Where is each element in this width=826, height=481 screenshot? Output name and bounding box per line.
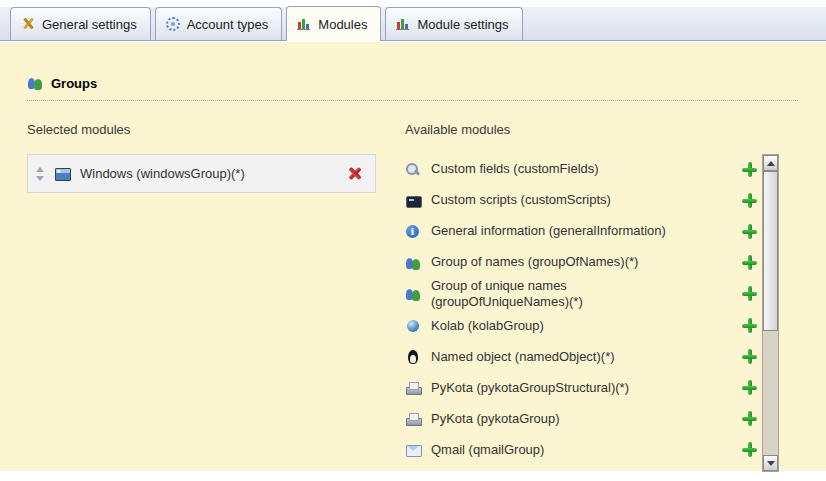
available-module-row: PyKota (pykotaGroup): [405, 404, 758, 435]
penguin-icon: [405, 349, 421, 365]
available-module-row: Kolab (kolabGroup): [405, 311, 758, 342]
module-name: Windows (windowsGroup)(*): [80, 166, 337, 181]
section-header: Groups: [27, 75, 97, 91]
module-name: Custom fields (customFields): [431, 161, 599, 177]
add-module-button[interactable]: [742, 411, 758, 427]
tab-general-settings[interactable]: General settings: [10, 7, 151, 40]
add-module-button[interactable]: [742, 349, 758, 365]
available-modules-label: Available modules: [405, 122, 510, 137]
magnifier-icon: [405, 162, 421, 178]
scrollbar-thumb[interactable]: [763, 171, 778, 331]
add-module-button[interactable]: [742, 318, 758, 334]
tab-bar: General settings Account types Modules M…: [0, 7, 826, 41]
selected-modules-label: Selected modules: [27, 122, 130, 137]
add-module-button[interactable]: [742, 380, 758, 396]
page-title: Groups: [51, 76, 97, 91]
tab-label: Account types: [187, 17, 269, 32]
module-name: Custom scripts (customScripts): [431, 192, 611, 208]
wrench-icon: [20, 16, 36, 32]
groups-icon: [27, 75, 43, 91]
tab-module-settings[interactable]: Module settings: [385, 7, 522, 40]
available-modules-list: Custom fields (customFields) Custom scri…: [405, 154, 758, 472]
module-name: Kolab (kolabGroup): [431, 318, 544, 334]
add-module-button[interactable]: [742, 255, 758, 271]
windows-module-icon: [54, 166, 70, 182]
add-module-button[interactable]: [742, 224, 758, 240]
selected-module-row[interactable]: Windows (windowsGroup)(*): [27, 154, 376, 193]
info-icon: [405, 224, 421, 240]
available-module-row: Named object (namedObject)(*): [405, 342, 758, 373]
add-module-button[interactable]: [742, 286, 758, 302]
module-name: PyKota (pykotaGroupStructural)(*): [431, 380, 629, 396]
kolab-icon: [405, 318, 421, 334]
group-icon: [405, 255, 421, 271]
module-name: Named object (namedObject)(*): [431, 349, 615, 365]
add-module-button[interactable]: [742, 442, 758, 458]
available-module-row: Qmail (qmailGroup): [405, 435, 758, 466]
available-module-row: Custom fields (customFields): [405, 154, 758, 185]
available-module-row: Group of unique names (groupOfUniqueName…: [405, 278, 758, 311]
drag-handle-icon[interactable]: [35, 167, 44, 181]
available-module-row: PyKota (pykotaGroupStructural)(*): [405, 373, 758, 404]
printer-icon: [405, 380, 421, 396]
available-module-row: Group of names (groupOfNames)(*): [405, 247, 758, 278]
modules-chart-icon: [395, 16, 411, 32]
available-module-row: General information (generalInformation): [405, 216, 758, 247]
scrollbar[interactable]: [762, 154, 779, 472]
script-icon: [405, 193, 421, 209]
module-name: Group of unique names (groupOfUniqueName…: [431, 278, 703, 311]
lam-configuration-window: General settings Account types Modules M…: [0, 0, 826, 481]
tab-label: Modules: [318, 17, 367, 32]
available-module-row: Custom scripts (customScripts): [405, 185, 758, 216]
module-name: Qmail (qmailGroup): [431, 442, 544, 458]
remove-module-button[interactable]: [347, 166, 363, 182]
module-name: PyKota (pykotaGroup): [431, 411, 560, 427]
add-module-button[interactable]: [742, 193, 758, 209]
tab-account-types[interactable]: Account types: [155, 7, 283, 40]
tab-label: General settings: [42, 17, 137, 32]
scroll-up-button[interactable]: [763, 155, 778, 171]
mail-icon: [405, 442, 421, 458]
group-icon: [405, 286, 421, 302]
scroll-down-button[interactable]: [763, 455, 778, 471]
tab-label: Module settings: [417, 17, 508, 32]
content-area: Groups Selected modules Available module…: [0, 42, 826, 471]
add-module-button[interactable]: [742, 162, 758, 178]
modules-chart-icon: [296, 16, 312, 32]
section-divider: [27, 100, 798, 101]
tab-modules[interactable]: Modules: [286, 6, 381, 41]
module-name: Group of names (groupOfNames)(*): [431, 254, 638, 270]
module-name: General information (generalInformation): [431, 223, 666, 239]
selected-modules-list: Windows (windowsGroup)(*): [27, 154, 376, 193]
gear-icon: [165, 16, 181, 32]
printer-icon: [405, 411, 421, 427]
